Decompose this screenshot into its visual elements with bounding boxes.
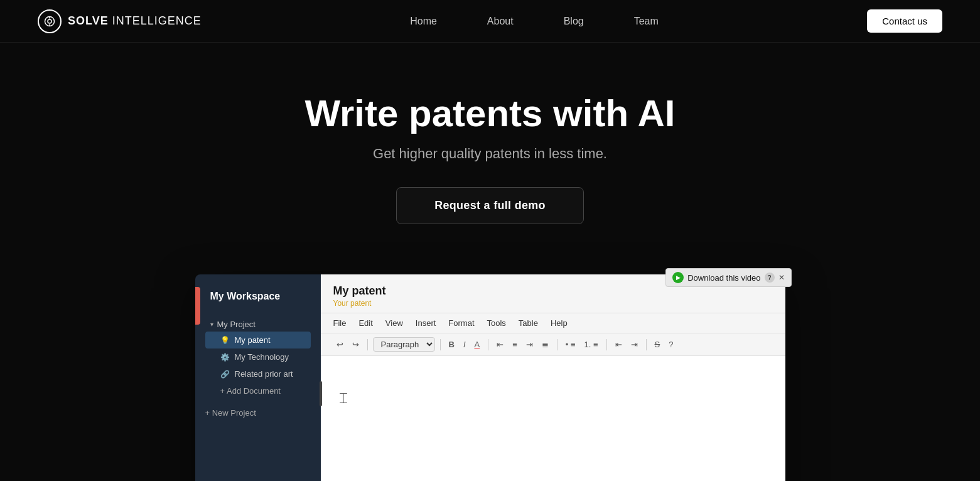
menu-table[interactable]: Table bbox=[519, 318, 538, 328]
chevron-down-icon: ▾ bbox=[210, 321, 213, 328]
nav-blog[interactable]: Blog bbox=[564, 16, 584, 26]
align-center-button[interactable]: ≡ bbox=[509, 338, 520, 351]
project-name: My Project bbox=[217, 320, 256, 329]
sidebar-accent-tab bbox=[195, 287, 200, 325]
menu-edit[interactable]: Edit bbox=[358, 318, 372, 328]
strikethrough-button[interactable]: S bbox=[652, 338, 664, 351]
download-close-button[interactable]: ✕ bbox=[778, 273, 785, 282]
sidebar-title: My Workspace bbox=[195, 284, 321, 315]
sidebar-item-technology[interactable]: ⚙️ My Technology bbox=[205, 349, 311, 365]
download-help-button[interactable]: ? bbox=[765, 273, 775, 283]
text-color-button[interactable]: A bbox=[471, 338, 483, 351]
logo-icon bbox=[38, 9, 62, 33]
toolbar-separator-6 bbox=[646, 339, 647, 350]
nav-about[interactable]: About bbox=[487, 16, 514, 26]
editor-area: My patent Your patent File Edit View Ins… bbox=[321, 274, 785, 481]
justify-button[interactable]: ≣ bbox=[539, 338, 552, 351]
sidebar-item-prior-art[interactable]: 🔗 Related prior art bbox=[205, 365, 311, 382]
hero-headline: Write patents with AI bbox=[13, 93, 967, 134]
logo[interactable]: SOLVE INTELLIGENCE bbox=[38, 9, 202, 33]
indent-more-button[interactable]: ⇥ bbox=[628, 338, 641, 351]
sidebar-item-technology-label: My Technology bbox=[235, 352, 289, 362]
bold-button[interactable]: B bbox=[446, 338, 458, 351]
sidebar-item-patent-label: My patent bbox=[235, 335, 271, 345]
nav-home[interactable]: Home bbox=[410, 16, 437, 26]
play-icon: ▶ bbox=[672, 272, 684, 283]
hero-section: Write patents with AI Get higher quality… bbox=[0, 43, 980, 262]
logo-text: SOLVE INTELLIGENCE bbox=[68, 14, 202, 28]
menu-file[interactable]: File bbox=[333, 318, 347, 328]
paragraph-style-select[interactable]: Paragraph Heading 1 Heading 2 bbox=[373, 337, 435, 352]
sidebar-item-patent[interactable]: 💡 My patent bbox=[205, 332, 311, 349]
nav-team[interactable]: Team bbox=[634, 16, 659, 26]
editor-content[interactable]: ⌶ bbox=[321, 356, 785, 481]
sidebar: My Workspace ▾ My Project 💡 My patent ⚙️… bbox=[195, 274, 321, 481]
menu-insert[interactable]: Insert bbox=[416, 318, 436, 328]
help-button[interactable]: ? bbox=[665, 338, 676, 351]
sidebar-project: ▾ My Project 💡 My patent ⚙️ My Technolog… bbox=[195, 315, 321, 402]
toolbar-separator-5 bbox=[606, 339, 607, 350]
align-right-button[interactable]: ⇥ bbox=[523, 338, 536, 351]
add-document-button[interactable]: + Add Document bbox=[205, 382, 311, 399]
download-video-badge[interactable]: ▶ Download this video ? ✕ bbox=[665, 268, 791, 287]
hero-subheadline: Get higher quality patents in less time. bbox=[13, 146, 967, 162]
toolbar-separator-2 bbox=[440, 339, 441, 350]
toolbar-separator-4 bbox=[557, 339, 557, 350]
editor-menubar: File Edit View Insert Format Tools Table… bbox=[321, 313, 785, 333]
sidebar-project-header[interactable]: ▾ My Project bbox=[205, 317, 311, 332]
technology-icon: ⚙️ bbox=[220, 353, 230, 362]
indent-less-button[interactable]: ⇤ bbox=[612, 338, 625, 351]
sidebar-resize-handle[interactable] bbox=[316, 274, 326, 481]
nav-links: Home About Blog Team bbox=[410, 16, 659, 27]
new-project-button[interactable]: + New Project bbox=[195, 402, 321, 421]
cursor: ⌶ bbox=[340, 391, 347, 405]
toolbar-separator-3 bbox=[488, 339, 488, 350]
demo-button[interactable]: Request a full demo bbox=[396, 187, 584, 224]
menu-tools[interactable]: Tools bbox=[487, 318, 506, 328]
toolbar-separator-1 bbox=[367, 339, 368, 350]
align-left-button[interactable]: ⇤ bbox=[493, 338, 507, 351]
prior-art-icon: 🔗 bbox=[220, 370, 230, 379]
menu-help[interactable]: Help bbox=[551, 318, 568, 328]
patent-icon: 💡 bbox=[220, 336, 230, 345]
italic-button[interactable]: I bbox=[460, 338, 469, 351]
navbar: SOLVE INTELLIGENCE Home About Blog Team … bbox=[0, 0, 980, 43]
editor-toolbar: ↩ ↪ Paragraph Heading 1 Heading 2 B I A … bbox=[321, 333, 785, 356]
svg-point-1 bbox=[48, 19, 51, 23]
menu-view[interactable]: View bbox=[385, 318, 403, 328]
menu-format[interactable]: Format bbox=[448, 318, 474, 328]
bullet-list-button[interactable]: • ≡ bbox=[563, 338, 579, 351]
app-window: My Workspace ▾ My Project 💡 My patent ⚙️… bbox=[195, 274, 785, 481]
sidebar-item-prior-art-label: Related prior art bbox=[235, 369, 293, 379]
download-badge-label: Download this video bbox=[687, 273, 760, 283]
redo-button[interactable]: ↪ bbox=[349, 338, 362, 351]
numbered-list-button[interactable]: 1. ≡ bbox=[581, 338, 601, 351]
editor-subtitle: Your patent bbox=[333, 299, 773, 308]
app-container: My Workspace ▾ My Project 💡 My patent ⚙️… bbox=[0, 262, 980, 481]
undo-button[interactable]: ↩ bbox=[333, 338, 347, 351]
resize-handle-visual bbox=[320, 381, 322, 406]
contact-button[interactable]: Contact us bbox=[867, 9, 942, 33]
